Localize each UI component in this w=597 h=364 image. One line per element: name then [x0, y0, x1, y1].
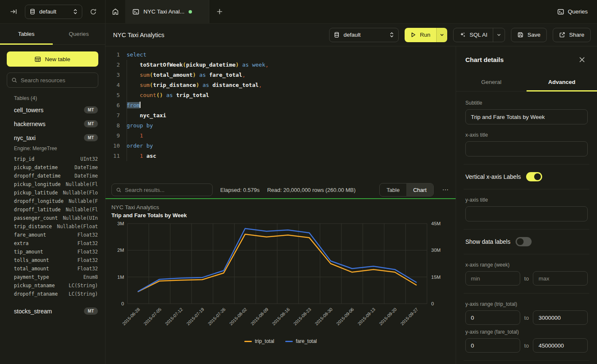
share-button[interactable]: Share — [553, 28, 591, 42]
save-button[interactable]: Save — [511, 28, 547, 42]
resource-search[interactable] — [7, 73, 98, 88]
sql-ai-button[interactable]: SQL AI — [453, 28, 505, 42]
save-icon — [517, 32, 524, 38]
column-name: total_amount — [14, 266, 49, 272]
new-table-button[interactable]: New table — [7, 51, 98, 67]
column-row: pickup_longitudeNullable(Fl — [14, 180, 98, 189]
svg-text:2015-06-28: 2015-06-28 — [121, 307, 141, 326]
yaxis-title-input[interactable] — [465, 206, 588, 221]
share-icon — [559, 32, 565, 38]
results-search-input[interactable] — [125, 187, 208, 193]
legend-item-trip_total[interactable]: trip_total — [244, 338, 274, 344]
chevron-down-icon — [497, 32, 501, 37]
table-grid-icon — [35, 56, 41, 62]
column-type: Float32 — [78, 257, 98, 263]
column-type: DateTime — [75, 173, 98, 179]
run-button-group: Run — [405, 28, 447, 42]
yaxis-range-trip-min-input[interactable] — [465, 310, 520, 325]
close-panel-button[interactable] — [576, 54, 588, 65]
queries-button-label: Queries — [568, 8, 588, 15]
view-toggle-table[interactable]: Table — [380, 183, 406, 196]
run-options-button[interactable] — [436, 28, 447, 42]
save-label: Save — [527, 32, 540, 38]
editor-line: 8group by — [111, 121, 456, 131]
sidebar: Tables Queries New table Tables (4) cell… — [0, 24, 105, 364]
yaxis-range-fare-min-input[interactable] — [465, 338, 520, 353]
line-chart: 001M15M2M30M3M45M2015-06-282015-07-05201… — [111, 218, 450, 337]
run-database-selector[interactable]: default — [329, 28, 399, 42]
line-number: 11 — [111, 151, 120, 161]
column-name: dropoff_longitude — [14, 198, 64, 204]
svg-text:2015-08-30: 2015-08-30 — [314, 307, 334, 326]
yaxis-range-trip-max-input[interactable] — [533, 310, 588, 325]
queries-button[interactable]: Queries — [557, 8, 588, 15]
xaxis-range-max-input[interactable] — [533, 271, 588, 286]
query-title: NYC Taxi Analytics — [113, 32, 323, 38]
line-number: 7 — [111, 111, 120, 121]
line-number: 2 — [111, 60, 120, 70]
code-text: from — [127, 100, 140, 111]
new-table-label: New table — [45, 56, 70, 62]
sidebar-tab-queries[interactable]: Queries — [53, 24, 105, 44]
yaxis-range-trip-label: y-axis range (trip_total) — [465, 301, 588, 307]
more-options-button[interactable]: ⋯ — [441, 184, 450, 195]
yaxis-title-label: y-axis title — [465, 197, 588, 203]
vertical-xaxis-labels-toggle[interactable] — [526, 172, 542, 181]
table-item-nyc_taxi[interactable]: nyc_taxiMT — [14, 131, 98, 145]
legend-label: trip_total — [255, 338, 274, 344]
share-label: Share — [569, 32, 584, 38]
tab-advanced[interactable]: Advanced — [527, 73, 597, 91]
code-text: order by — [127, 141, 153, 151]
legend-swatch — [285, 341, 293, 342]
xaxis-title-input[interactable] — [465, 141, 588, 156]
sidebar-tab-tables[interactable]: Tables — [0, 24, 53, 44]
code-text: sum(trip_distance) as distance_total, — [127, 80, 262, 90]
columns-list: trip_idUInt32pickup_datetimeDateTimedrop… — [14, 155, 98, 298]
query-toolbar: NYC Taxi Analytics default Run — [105, 24, 597, 46]
refresh-button[interactable] — [87, 6, 99, 18]
column-name: tip_amount — [14, 249, 43, 255]
column-type: UInt32 — [80, 156, 98, 162]
subtitle-input[interactable] — [465, 109, 588, 124]
column-row: total_amountFloat32 — [14, 264, 98, 273]
database-icon — [30, 8, 35, 15]
yaxis-range-fare-max-input[interactable] — [533, 338, 588, 353]
column-type: Float32 — [78, 266, 98, 272]
text-cursor — [140, 102, 140, 108]
code-text: select — [127, 50, 146, 60]
table-item-stocks_stream[interactable]: stocks_streamMT — [14, 304, 98, 318]
line-number: 8 — [111, 121, 120, 131]
run-button[interactable]: Run — [405, 28, 436, 42]
table-item-cell_towers[interactable]: cell_towersMT — [14, 103, 98, 117]
database-selector[interactable]: default — [25, 5, 82, 19]
sql-ai-options-button[interactable] — [493, 28, 505, 42]
view-toggle-chart[interactable]: Chart — [406, 183, 433, 196]
home-button[interactable] — [105, 0, 126, 23]
chevron-down-icon — [440, 32, 444, 37]
sql-editor[interactable]: 1select2 toStartOfWeek(pickup_datetime) … — [105, 46, 456, 181]
show-data-labels-toggle[interactable] — [516, 237, 532, 246]
query-tab[interactable]: NYC Taxi Anal... — [126, 0, 209, 23]
svg-text:2015-08-16: 2015-08-16 — [271, 307, 291, 326]
yaxis-range-trip-row: to — [465, 310, 588, 325]
collapse-sidebar-button[interactable] — [8, 5, 20, 18]
column-name: fare_amount — [14, 232, 46, 238]
xaxis-range-row: to — [465, 271, 588, 286]
column-row: passenger_countNullable(UIn — [14, 214, 98, 222]
divider — [464, 360, 589, 361]
results-search[interactable] — [111, 183, 213, 196]
table-item-hackernews[interactable]: hackernewsMT — [14, 117, 98, 131]
resource-search-input[interactable] — [21, 77, 94, 84]
editor-line: 10order by — [111, 141, 456, 151]
editor-line: 9 1 — [111, 131, 456, 141]
svg-text:2015-07-05: 2015-07-05 — [143, 307, 162, 326]
line-number: 6 — [111, 100, 120, 111]
line-number: 9 — [111, 131, 120, 141]
new-tab-button[interactable] — [209, 0, 230, 23]
legend-item-fare_total[interactable]: fare_total — [285, 338, 317, 344]
svg-text:0: 0 — [122, 301, 124, 306]
tab-general[interactable]: General — [456, 73, 527, 91]
range-to-label: to — [524, 315, 529, 321]
chart-details-tabs: General Advanced — [456, 73, 597, 92]
xaxis-range-min-input[interactable] — [465, 271, 520, 286]
